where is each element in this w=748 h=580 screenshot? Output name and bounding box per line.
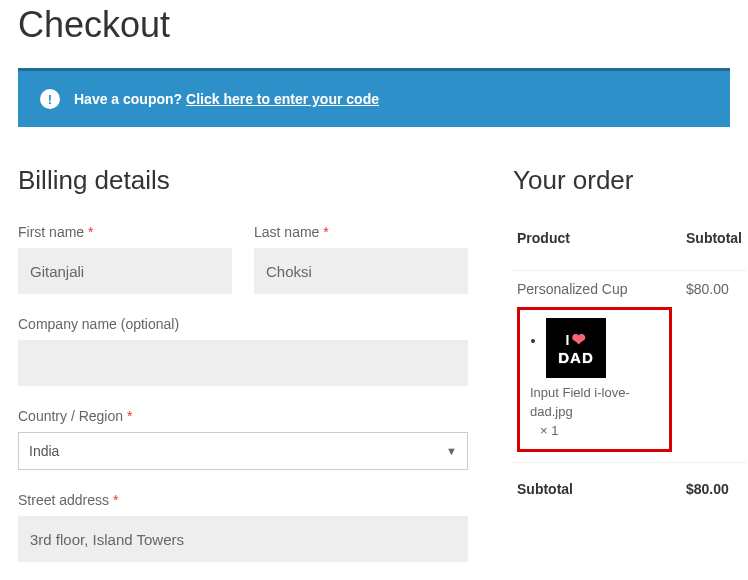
info-icon: ! bbox=[40, 89, 60, 109]
order-section: Your order Product Subtotal Personalized… bbox=[513, 165, 746, 521]
first-name-label: First name * bbox=[18, 224, 232, 240]
order-col-product: Product bbox=[513, 224, 676, 271]
street-input[interactable] bbox=[18, 516, 468, 562]
required-asterisk: * bbox=[323, 224, 328, 240]
last-name-label-text: Last name bbox=[254, 224, 319, 240]
thumb-text-top: I bbox=[566, 333, 571, 347]
order-col-subtotal: Subtotal bbox=[676, 224, 746, 271]
billing-heading: Billing details bbox=[18, 165, 468, 196]
street-field-wrap: Street address * bbox=[18, 492, 468, 562]
thumb-text-bottom: DAD bbox=[558, 350, 594, 365]
required-asterisk: * bbox=[127, 408, 132, 424]
last-name-field-wrap: Last name * bbox=[254, 224, 468, 294]
order-item-qty: × 1 bbox=[530, 422, 659, 441]
country-label-text: Country / Region bbox=[18, 408, 123, 424]
coupon-text: Have a coupon? Click here to enter your … bbox=[74, 91, 379, 107]
company-input[interactable] bbox=[18, 340, 468, 386]
coupon-prompt: Have a coupon? bbox=[74, 91, 182, 107]
country-label: Country / Region * bbox=[18, 408, 468, 424]
heart-icon: ❤ bbox=[572, 332, 586, 348]
page-title: Checkout bbox=[18, 4, 730, 46]
street-label-text: Street address bbox=[18, 492, 109, 508]
order-table: Product Subtotal Personalized Cup bbox=[513, 224, 746, 521]
chevron-down-icon: ▼ bbox=[446, 445, 457, 457]
order-item-meta: Input Field i-love-dad.jpg bbox=[530, 384, 659, 422]
order-item-bullet: I ❤ DAD bbox=[546, 318, 659, 378]
order-item-thumbnail: I ❤ DAD bbox=[546, 318, 606, 378]
coupon-banner: ! Have a coupon? Click here to enter you… bbox=[18, 68, 730, 127]
country-selected-value: India bbox=[29, 443, 59, 459]
required-asterisk: * bbox=[88, 224, 93, 240]
first-name-input[interactable] bbox=[18, 248, 232, 294]
order-item-row: Personalized Cup I ❤ DAD bbox=[513, 271, 746, 463]
first-name-field-wrap: First name * bbox=[18, 224, 232, 294]
country-select[interactable]: India ▼ bbox=[18, 432, 468, 470]
company-field-wrap: Company name (optional) bbox=[18, 316, 468, 386]
street-label: Street address * bbox=[18, 492, 468, 508]
order-subtotal-row: Subtotal $80.00 bbox=[513, 462, 746, 521]
required-asterisk: * bbox=[113, 492, 118, 508]
order-subtotal-value: $80.00 bbox=[676, 462, 746, 521]
last-name-input[interactable] bbox=[254, 248, 468, 294]
billing-section: Billing details First name * Last name *… bbox=[18, 165, 468, 562]
order-item-price: $80.00 bbox=[676, 271, 746, 463]
order-heading: Your order bbox=[513, 165, 746, 196]
country-field-wrap: Country / Region * India ▼ bbox=[18, 408, 468, 470]
last-name-label: Last name * bbox=[254, 224, 468, 240]
order-subtotal-label: Subtotal bbox=[513, 462, 676, 521]
company-label: Company name (optional) bbox=[18, 316, 468, 332]
order-item-meta-label: Input Field bbox=[530, 385, 591, 400]
first-name-label-text: First name bbox=[18, 224, 84, 240]
coupon-link[interactable]: Click here to enter your code bbox=[186, 91, 379, 107]
order-item-highlight-box: I ❤ DAD Input Field i-love-dad.jpg bbox=[517, 307, 672, 452]
order-item-name: Personalized Cup bbox=[517, 281, 672, 297]
